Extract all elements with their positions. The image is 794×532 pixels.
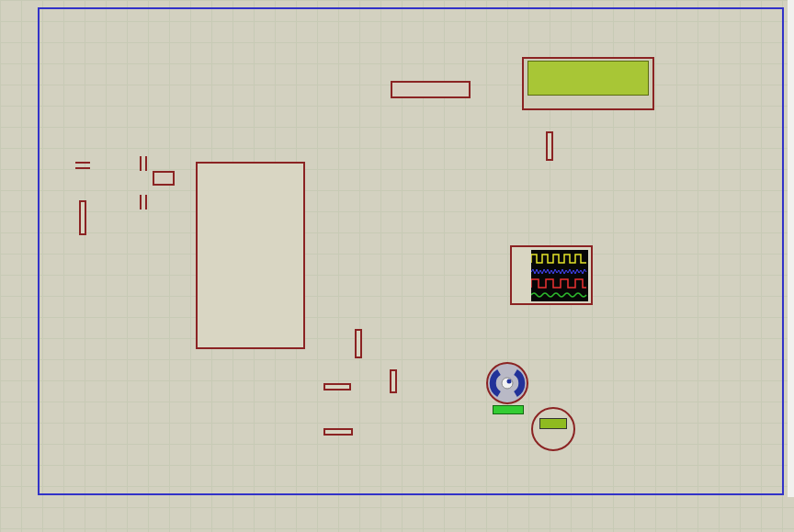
motor-rotor-icon <box>488 364 527 402</box>
rp1-body[interactable] <box>391 81 471 98</box>
right-margin <box>788 0 794 497</box>
resistor-r2[interactable] <box>79 200 86 235</box>
crystal-x1[interactable] <box>153 171 175 186</box>
meter-display <box>539 418 567 429</box>
oscilloscope-screen <box>531 250 588 301</box>
capacitor-c3-plate2 <box>145 195 147 209</box>
lcd-screen <box>527 61 649 96</box>
capacitor-c1[interactable] <box>75 162 90 164</box>
dc-motor[interactable] <box>486 362 528 404</box>
capacitor-c2-plate2 <box>145 156 147 171</box>
mcu-body[interactable] <box>196 162 305 349</box>
resistor-r4[interactable] <box>390 369 397 393</box>
motor-rpm-display <box>493 405 524 414</box>
resistor-r3[interactable] <box>355 329 362 358</box>
resistor-r1[interactable] <box>546 131 553 161</box>
schematic-canvas <box>0 0 794 532</box>
resistor-r5[interactable] <box>323 383 351 391</box>
meter-body[interactable] <box>531 407 575 451</box>
capacitor-c1-plate2 <box>75 167 90 169</box>
resistor-r6[interactable] <box>323 428 353 436</box>
capacitor-c2[interactable] <box>140 156 142 171</box>
oscilloscope-waveforms <box>531 250 588 301</box>
capacitor-c3[interactable] <box>140 195 142 209</box>
